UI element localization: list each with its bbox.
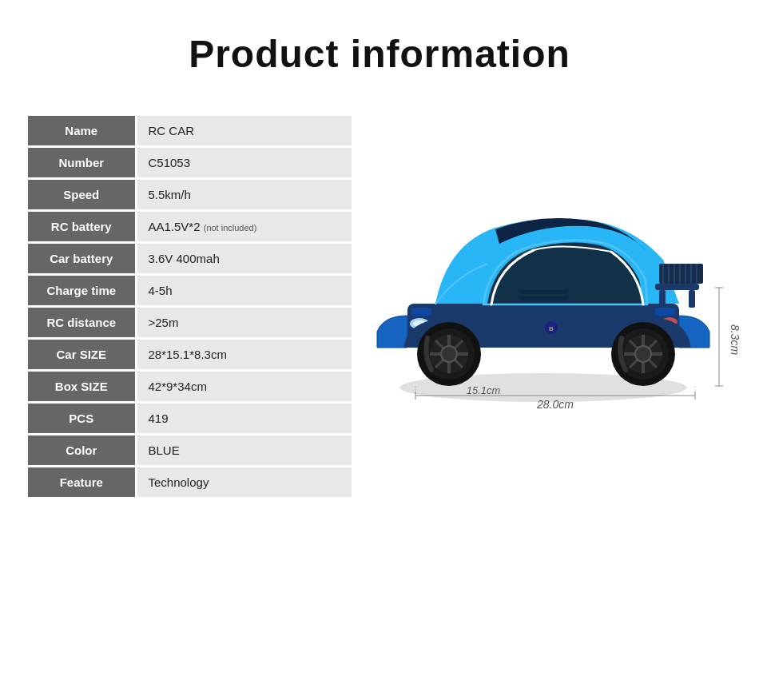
table-row: Speed5.5km/h: [28, 179, 352, 211]
row-value: >25m: [136, 307, 352, 339]
table-row: Car battery3.6V 400mah: [28, 243, 352, 275]
car-svg-container: B: [360, 132, 743, 436]
row-label: Charge time: [28, 275, 136, 307]
row-value: AA1.5V*2 (not included): [136, 211, 352, 243]
content-area: NameRC CARNumberC51053Speed5.5km/hRC bat…: [16, 116, 743, 499]
row-value: 42*9*34cm: [136, 371, 352, 403]
table-row: RC batteryAA1.5V*2 (not included): [28, 211, 352, 243]
row-label: Feature: [28, 467, 136, 499]
row-value: Technology: [136, 467, 352, 499]
row-label: Car battery: [28, 243, 136, 275]
table-row: NumberC51053: [28, 147, 352, 179]
row-value: 419: [136, 403, 352, 435]
table-row: Car SIZE28*15.1*8.3cm: [28, 339, 352, 371]
svg-rect-30: [689, 290, 695, 308]
table-row: Charge time4-5h: [28, 275, 352, 307]
table-row: RC distance>25m: [28, 307, 352, 339]
svg-rect-8: [519, 290, 567, 294]
svg-rect-29: [659, 290, 666, 308]
row-label: Car SIZE: [28, 339, 136, 371]
row-value: 5.5km/h: [136, 179, 352, 211]
car-image-section: B: [352, 116, 743, 451]
table-row: ColorBLUE: [28, 435, 352, 467]
row-label: Box SIZE: [28, 371, 136, 403]
row-label: Number: [28, 147, 136, 179]
row-label: Name: [28, 116, 136, 147]
row-value: 4-5h: [136, 275, 352, 307]
row-value: BLUE: [136, 435, 352, 467]
svg-rect-3: [411, 308, 431, 316]
row-value: C51053: [136, 147, 352, 179]
svg-text:8.3cm: 8.3cm: [729, 324, 741, 355]
svg-point-27: [635, 346, 651, 362]
svg-rect-4: [655, 308, 675, 316]
row-value: 3.6V 400mah: [136, 243, 352, 275]
table-row: PCS419: [28, 403, 352, 435]
row-label: Color: [28, 435, 136, 467]
row-value: RC CAR: [136, 116, 352, 147]
row-label: RC battery: [28, 211, 136, 243]
car-svg: B: [360, 132, 743, 436]
page-title: Product information: [16, 32, 743, 76]
page-container: Product information NameRC CARNumberC510…: [0, 0, 759, 700]
row-label: RC distance: [28, 307, 136, 339]
row-value: 28*15.1*8.3cm: [136, 339, 352, 371]
svg-rect-9: [519, 296, 567, 300]
svg-text:15.1cm: 15.1cm: [467, 384, 501, 396]
svg-rect-28: [655, 284, 699, 290]
table-row: Box SIZE42*9*34cm: [28, 371, 352, 403]
svg-point-19: [441, 346, 457, 362]
row-label: PCS: [28, 403, 136, 435]
svg-text:B: B: [549, 325, 554, 332]
svg-text:28.0cm: 28.0cm: [536, 398, 574, 411]
table-row: NameRC CAR: [28, 116, 352, 147]
info-table: NameRC CARNumberC51053Speed5.5km/hRC bat…: [28, 116, 352, 499]
row-label: Speed: [28, 179, 136, 211]
table-row: FeatureTechnology: [28, 467, 352, 499]
